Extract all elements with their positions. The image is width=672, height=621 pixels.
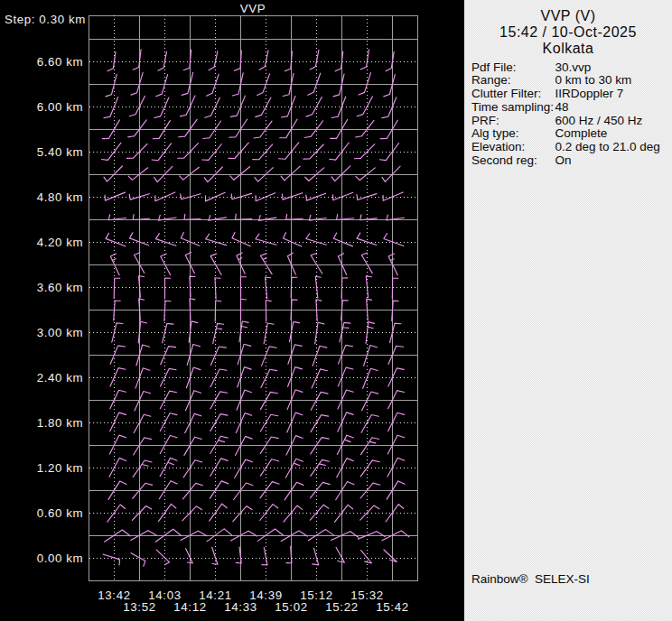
svg-text:Alg type:: Alg type:	[471, 126, 519, 140]
svg-text:6.00 km: 6.00 km	[37, 100, 84, 114]
svg-text:VVP (V): VVP (V)	[541, 8, 596, 23]
svg-text:Range:: Range:	[471, 73, 511, 87]
svg-text:13:52: 13:52	[123, 600, 155, 614]
svg-text:On: On	[555, 153, 572, 167]
svg-text:Time sampling:: Time sampling:	[471, 100, 554, 114]
svg-text:Elevation:: Elevation:	[471, 140, 525, 153]
svg-text:15:22: 15:22	[325, 600, 358, 614]
svg-text:4.80 km: 4.80 km	[37, 190, 84, 204]
svg-text:Clutter Filter:: Clutter Filter:	[471, 87, 541, 100]
svg-text:Pdf File:: Pdf File:	[471, 60, 517, 74]
svg-text:Kolkata: Kolkata	[543, 41, 594, 56]
svg-text:14:12: 14:12	[173, 600, 206, 614]
svg-text:15:42 / 10-Oct-2025: 15:42 / 10-Oct-2025	[499, 24, 637, 40]
svg-text:3.60 km: 3.60 km	[37, 281, 84, 294]
svg-text:Second reg:: Second reg:	[471, 153, 537, 167]
svg-text:PRF:: PRF:	[471, 114, 499, 127]
svg-text:1.20 km: 1.20 km	[37, 461, 84, 475]
svg-text:4.20 km: 4.20 km	[37, 236, 84, 249]
svg-text:Complete: Complete	[555, 126, 608, 140]
svg-text:0.2 deg to 21.0 deg: 0.2 deg to 21.0 deg	[555, 140, 660, 153]
svg-text:2.40 km: 2.40 km	[37, 371, 84, 385]
svg-text:5.40 km: 5.40 km	[37, 145, 84, 159]
svg-text:0.00 km: 0.00 km	[37, 551, 84, 565]
svg-text:VVP: VVP	[240, 2, 266, 15]
svg-text:3.00 km: 3.00 km	[37, 326, 84, 339]
svg-text:Rainbow® SELEX-SI: Rainbow® SELEX-SI	[471, 572, 590, 586]
svg-text:30.vvp: 30.vvp	[555, 60, 592, 74]
svg-text:48: 48	[555, 100, 569, 114]
svg-text:600 Hz / 450 Hz: 600 Hz / 450 Hz	[555, 114, 643, 127]
svg-text:0 km to 30 km: 0 km to 30 km	[555, 73, 632, 87]
svg-text:14:33: 14:33	[224, 600, 257, 614]
svg-text:Step: 0.30 km: Step: 0.30 km	[5, 13, 86, 26]
svg-text:0.60 km: 0.60 km	[37, 506, 84, 520]
svg-text:1.80 km: 1.80 km	[37, 416, 84, 430]
svg-text:15:42: 15:42	[376, 600, 408, 614]
svg-text:IIRDoppler 7: IIRDoppler 7	[555, 87, 624, 100]
svg-text:15:02: 15:02	[275, 600, 307, 614]
svg-text:6.60 km: 6.60 km	[37, 55, 84, 69]
